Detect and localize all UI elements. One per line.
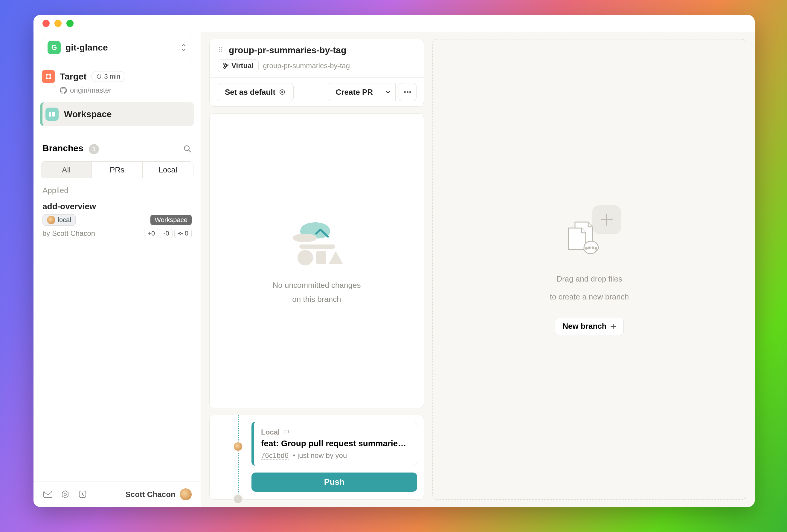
empty-text-line2: on this branch xyxy=(292,293,341,305)
create-pr-group: Create PR xyxy=(328,83,396,101)
author-avatar-small xyxy=(47,216,55,224)
create-pr-button[interactable]: Create PR xyxy=(328,83,381,101)
target-row[interactable]: Target 3 min xyxy=(42,70,192,83)
target-circle-icon xyxy=(279,89,285,95)
svg-rect-20 xyxy=(299,244,335,249)
fetch-time-label: 3 min xyxy=(104,73,120,81)
chevron-down-icon xyxy=(385,90,391,94)
svg-rect-22 xyxy=(316,251,326,264)
sidebar: G git-glance Target 3 min origin/master xyxy=(34,32,201,507)
branch-lane: ⠿ group-pr-summaries-by-tag Virtual grou… xyxy=(209,39,424,500)
branches-header: Branches 1 xyxy=(34,133,200,160)
commit-panel: Local feat: Group pull request summaries… xyxy=(209,415,424,500)
target-remote-label: origin/master xyxy=(70,86,111,94)
svg-point-27 xyxy=(586,247,587,249)
branch-filter-tabs: All PRs Local xyxy=(41,161,193,178)
commit-rail xyxy=(238,415,239,500)
lane-title: group-pr-summaries-by-tag xyxy=(229,45,346,55)
svg-point-5 xyxy=(179,232,181,234)
commit-title: feat: Group pull request summaries b... xyxy=(261,439,410,448)
commit-icon xyxy=(177,231,183,236)
maximize-window-button[interactable] xyxy=(66,20,73,27)
mail-icon[interactable] xyxy=(42,489,53,500)
push-button[interactable]: Push xyxy=(252,472,417,492)
project-logo: G xyxy=(47,41,61,54)
uncommitted-panel: No uncommitted changes on this branch xyxy=(209,113,424,408)
svg-point-18 xyxy=(407,91,408,93)
ahead-chip: 0 xyxy=(174,229,192,238)
more-icon xyxy=(404,91,411,93)
branch-name: add-overview xyxy=(42,202,192,211)
nav-workspace[interactable]: Workspace xyxy=(40,102,194,126)
fetch-time-pill[interactable]: 3 min xyxy=(91,71,125,82)
svg-point-19 xyxy=(409,91,411,93)
new-branch-dropzone[interactable]: Drag and drop files to create a new bran… xyxy=(432,39,746,500)
history-icon[interactable] xyxy=(77,489,88,500)
search-icon[interactable] xyxy=(183,145,192,153)
plus-icon xyxy=(610,324,616,329)
commit-meta: just now by you xyxy=(298,451,347,459)
target-icon xyxy=(42,70,55,83)
deletions-chip: -0 xyxy=(160,229,172,238)
chevron-updown-icon xyxy=(180,43,187,52)
branch-icon xyxy=(223,63,229,69)
dropzone-illustration xyxy=(556,203,622,260)
tab-all[interactable]: All xyxy=(41,162,91,178)
lane-header-panel: ⠿ group-pr-summaries-by-tag Virtual grou… xyxy=(209,39,424,107)
app-window: G git-glance Target 3 min origin/master xyxy=(34,15,755,507)
tab-local[interactable]: Local xyxy=(142,162,193,178)
laptop-icon xyxy=(283,429,290,435)
branches-count-badge: 1 xyxy=(89,144,99,154)
dropzone-text-line2: to create a new branch xyxy=(550,291,629,303)
branches-title: Branches xyxy=(42,143,83,153)
svg-point-16 xyxy=(281,91,283,93)
user-name: Scott Chacon xyxy=(125,490,175,499)
svg-point-30 xyxy=(595,247,597,249)
github-icon xyxy=(60,87,67,94)
titlebar xyxy=(34,15,755,32)
svg-point-13 xyxy=(224,67,226,68)
additions-chip: +0 xyxy=(144,229,158,238)
sidebar-footer: Scott Chacon xyxy=(34,482,200,507)
svg-point-21 xyxy=(298,250,313,265)
new-branch-button[interactable]: New branch xyxy=(555,318,623,335)
project-picker[interactable]: G git-glance xyxy=(42,36,192,59)
lane-more-button[interactable] xyxy=(399,83,417,101)
nav-workspace-label: Workspace xyxy=(64,109,112,119)
commit-sha[interactable]: 76c1bd6 xyxy=(261,451,289,460)
current-user[interactable]: Scott Chacon xyxy=(125,488,192,500)
create-pr-dropdown[interactable] xyxy=(381,83,396,101)
target-label: Target xyxy=(60,71,86,82)
commit-card[interactable]: Local feat: Group pull request summaries… xyxy=(252,422,417,466)
virtual-tag: Virtual xyxy=(218,60,259,72)
tab-prs[interactable]: PRs xyxy=(91,162,142,178)
minimize-window-button[interactable] xyxy=(55,20,62,27)
set-default-button[interactable]: Set as default xyxy=(217,83,294,101)
main-area: ⠿ group-pr-summaries-by-tag Virtual grou… xyxy=(201,32,755,507)
local-tag: local xyxy=(42,214,76,226)
svg-line-4 xyxy=(189,150,190,152)
close-window-button[interactable] xyxy=(42,20,50,27)
svg-rect-8 xyxy=(44,491,52,497)
drag-handle-icon[interactable]: ⠿ xyxy=(218,46,225,54)
workspace-tag: Workspace xyxy=(150,215,192,225)
svg-point-28 xyxy=(589,247,590,249)
refresh-icon xyxy=(96,74,102,79)
lane-actions: Set as default Create PR xyxy=(210,77,424,106)
empty-state-illustration xyxy=(284,216,349,267)
svg-point-17 xyxy=(404,91,406,93)
workspace-icon xyxy=(45,108,59,121)
svg-marker-9 xyxy=(62,491,68,498)
commit-location: Local xyxy=(261,428,280,436)
lane-subtitle: group-pr-summaries-by-tag xyxy=(263,62,350,70)
svg-point-10 xyxy=(64,493,66,495)
svg-point-12 xyxy=(224,63,226,65)
user-avatar xyxy=(180,488,192,500)
svg-rect-23 xyxy=(284,430,288,433)
commit-avatar-dot xyxy=(233,441,243,451)
empty-text-line1: No uncommitted changes xyxy=(273,279,361,291)
branch-card[interactable]: add-overview local Workspace by Scott Ch… xyxy=(34,199,200,247)
base-commit-dot xyxy=(233,494,243,504)
svg-rect-2 xyxy=(52,112,55,116)
settings-icon[interactable] xyxy=(60,489,70,500)
